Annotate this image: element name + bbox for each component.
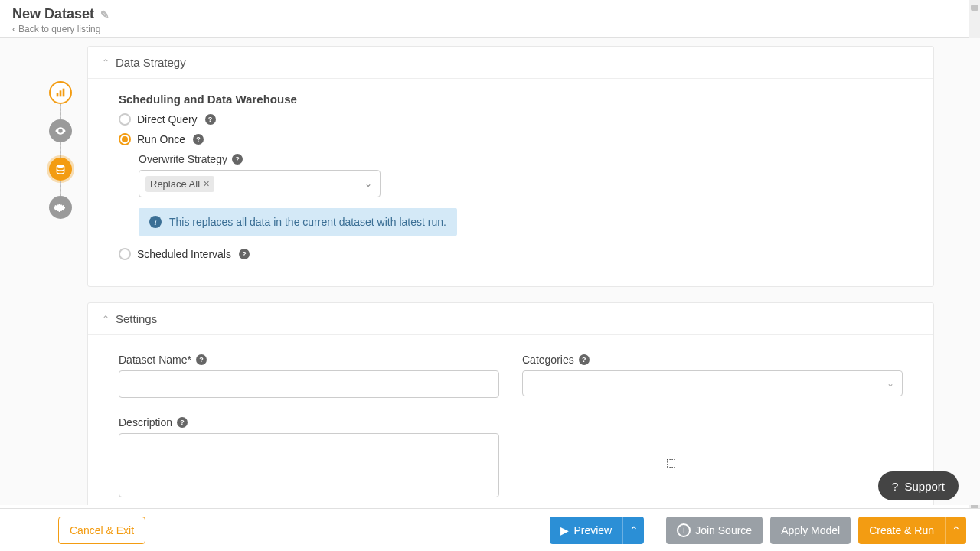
- question-icon: ?: [892, 480, 898, 493]
- data-strategy-panel: ⌃ Data Strategy Scheduling and Data Ware…: [87, 46, 934, 287]
- categories-select[interactable]: ⌄: [522, 370, 903, 396]
- overwrite-tag-text: Replace All: [150, 178, 200, 190]
- step-connector: [60, 104, 61, 119]
- back-link[interactable]: ‹ Back to query listing: [12, 24, 968, 34]
- page-title: New Dataset ✎: [12, 6, 109, 22]
- description-input[interactable]: [119, 433, 499, 497]
- overwrite-label-text: Overwrite Strategy: [139, 153, 227, 165]
- scroll-arrow-up[interactable]: [971, 5, 978, 11]
- dataset-name-label: Dataset Name* ?: [119, 354, 499, 366]
- overwrite-block: Overwrite Strategy ? Replace All ✕ ⌄ i T…: [139, 153, 903, 236]
- support-button[interactable]: ? Support: [878, 471, 959, 500]
- database-icon: [54, 163, 67, 175]
- eye-icon: [54, 125, 67, 137]
- chevron-up-icon: ⌃: [102, 314, 109, 324]
- chevron-down-icon: ⌄: [364, 178, 372, 189]
- bars-icon: [54, 86, 67, 99]
- description-label-text: Description: [119, 416, 172, 429]
- step-1[interactable]: [49, 81, 72, 104]
- back-link-text: Back to query listing: [18, 24, 100, 34]
- radio-label: Scheduled Intervals: [137, 248, 231, 260]
- svg-rect-1: [60, 90, 62, 96]
- dataset-name-field: Dataset Name* ?: [119, 354, 499, 398]
- step-connector: [60, 142, 61, 158]
- info-text: This replaces all data in the current da…: [169, 216, 446, 228]
- radio-scheduled-intervals[interactable]: Scheduled Intervals ?: [119, 248, 903, 260]
- radio-direct-query[interactable]: Direct Query ?: [119, 113, 903, 126]
- step-nav: [49, 81, 72, 219]
- chevron-down-icon: ⌄: [887, 378, 894, 389]
- radio-icon: [119, 113, 131, 126]
- radio-icon: [119, 248, 131, 260]
- dataset-name-label-text: Dataset Name*: [119, 354, 191, 366]
- overwrite-select[interactable]: Replace All ✕ ⌄: [139, 170, 381, 197]
- overwrite-tag[interactable]: Replace All ✕: [145, 176, 214, 192]
- data-strategy-header[interactable]: ⌃ Data Strategy: [88, 47, 933, 79]
- step-2[interactable]: [49, 119, 72, 142]
- radio-icon: [119, 133, 131, 145]
- info-box: i This replaces all data in the current …: [139, 208, 457, 236]
- radio-label: Run Once: [137, 133, 185, 145]
- info-icon: i: [149, 216, 162, 228]
- help-icon[interactable]: ?: [579, 354, 590, 365]
- step-connector: [60, 181, 61, 196]
- categories-label-text: Categories: [522, 354, 574, 366]
- help-icon[interactable]: ?: [239, 249, 250, 259]
- edit-icon[interactable]: ✎: [100, 8, 109, 21]
- help-icon[interactable]: ?: [193, 134, 204, 145]
- help-icon[interactable]: ?: [205, 114, 216, 125]
- settings-title: Settings: [116, 312, 157, 325]
- help-icon[interactable]: ?: [177, 417, 188, 428]
- categories-label: Categories ?: [522, 354, 903, 366]
- top-bar: New Dataset ✎ ‹ Back to query listing: [0, 0, 980, 38]
- help-icon[interactable]: ?: [196, 354, 207, 365]
- svg-point-4: [57, 165, 64, 168]
- dataset-name-input[interactable]: [119, 370, 499, 398]
- svg-rect-2: [63, 89, 65, 97]
- chevron-left-icon: ‹: [12, 24, 15, 34]
- svg-rect-0: [57, 93, 59, 96]
- step-3[interactable]: [49, 158, 72, 181]
- main-content: ⌃ Data Strategy Scheduling and Data Ware…: [0, 38, 980, 505]
- description-field: Description ?: [119, 416, 499, 500]
- data-strategy-body: Scheduling and Data Warehouse Direct Que…: [88, 79, 933, 286]
- support-label: Support: [904, 480, 945, 493]
- overwrite-label: Overwrite Strategy ?: [139, 153, 903, 165]
- help-icon[interactable]: ?: [232, 154, 243, 165]
- categories-field: Categories ? ⌄: [522, 354, 903, 398]
- description-label: Description ?: [119, 416, 499, 429]
- gear-icon: [54, 201, 67, 214]
- settings-panel: ⌃ Settings Dataset Name* ? Categories: [87, 302, 934, 505]
- chevron-up-icon: ⌃: [102, 57, 109, 68]
- step-4[interactable]: [49, 196, 72, 219]
- close-icon[interactable]: ✕: [203, 179, 210, 189]
- scheduling-title: Scheduling and Data Warehouse: [119, 93, 903, 106]
- radio-label: Direct Query: [137, 113, 198, 126]
- settings-header[interactable]: ⌃ Settings: [88, 303, 933, 335]
- settings-body: Dataset Name* ? Categories ? ⌄: [88, 335, 933, 505]
- radio-run-once[interactable]: Run Once ?: [119, 133, 903, 145]
- page-title-text: New Dataset: [12, 6, 94, 22]
- data-strategy-title: Data Strategy: [116, 56, 186, 69]
- svg-point-3: [60, 130, 62, 132]
